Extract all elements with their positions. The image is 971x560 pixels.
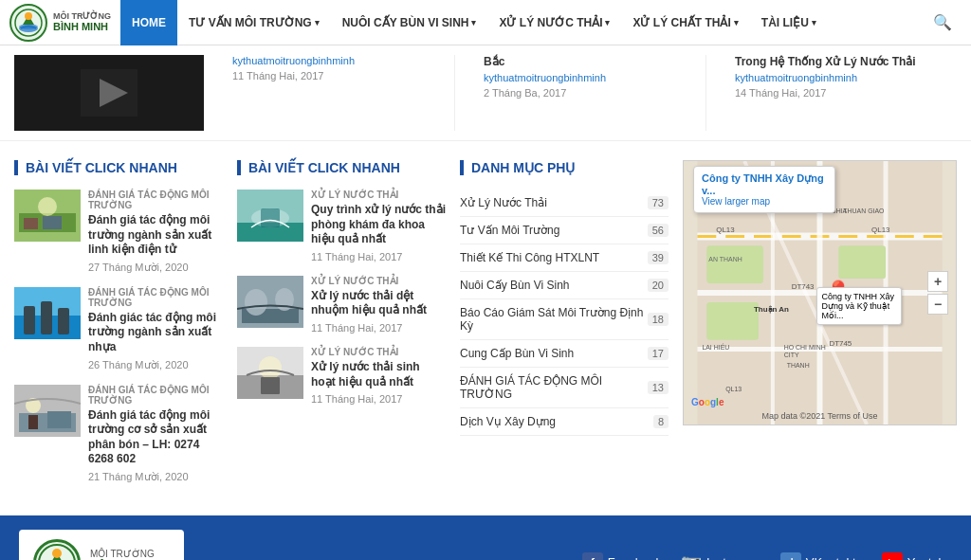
top-article-1: kythuatmoitruongbinhminh 11 Tháng Hai, 2… [223, 55, 455, 131]
svg-rect-35 [706, 245, 763, 283]
social-instagram[interactable]: 📷 Instagram [681, 552, 761, 560]
map-container: QL13 DT743 DT745 QL13 AN THANH Thuận An … [683, 160, 957, 425]
article-thumb-2 [14, 287, 81, 339]
article-item: Xử Lý Nước Thải Xử lý nước thải sinh hoạ… [237, 347, 446, 405]
top-partial-articles: kythuatmoitruongbinhminh 11 Tháng Hai, 2… [0, 45, 971, 141]
article-thumb-4 [237, 190, 303, 242]
nav-xu-ly-nuoc[interactable]: XỬ LÝ NƯỚC THẢI▾ [487, 0, 621, 45]
facebook-icon: f [582, 552, 603, 560]
nav-xu-ly-chat[interactable]: XỬ LÝ CHẤT THẢI▾ [621, 0, 749, 45]
article-info-5: Xử Lý Nước Thải Xử lý nước thải dệt nhuộ… [311, 276, 446, 334]
section2-title: BÀI VIẾT CLICK NHANH [237, 160, 446, 175]
footer-logo-text: MÔI TRƯỜNG BÌNH MINH [90, 549, 170, 560]
article-item: Xử Lý Nước Thải Xử lý nước thải dệt nhuộ… [237, 276, 446, 334]
svg-text:Thuận An: Thuận An [754, 305, 789, 314]
danh-muc-item-name: Xử Lý Nước Thải [460, 196, 547, 209]
footer: MÔI TRƯỜNG BÌNH MINH f Facebook 📷 Instag… [0, 515, 971, 560]
svg-text:QL13: QL13 [725, 386, 742, 393]
footer-social: f Facebook 📷 Instagram vk VKontakte ▶ Yo… [582, 552, 952, 560]
nav-tai-lieu[interactable]: TÀI LIỆU▾ [750, 0, 828, 45]
map-footer: Map data ©2021 Terms of Use [761, 411, 877, 421]
article-item: ĐÁNH GIÁ TÁC ĐỘNG MÔI TRƯỜNG Đánh giá tá… [14, 190, 223, 274]
chevron-down-icon: ▾ [471, 18, 476, 27]
main-content: BÀI VIẾT CLICK NHANH ĐÁNH GIÁ TÁC ĐỘNG M… [0, 141, 971, 515]
nav-home[interactable]: HOME [120, 0, 177, 45]
svg-rect-10 [24, 218, 38, 229]
svg-point-9 [38, 197, 57, 216]
danh-muc-item[interactable]: Thiết Kế Thi Công HTXLNT 39 [460, 244, 669, 272]
search-icon[interactable]: 🔍 [924, 13, 962, 31]
article-item: ĐÁNH GIÁ TÁC ĐỘNG MÔI TRƯỜNG Đánh giá tá… [14, 385, 223, 483]
danh-muc-item[interactable]: Xử Lý Nước Thải 73 [460, 190, 669, 217]
map-zoom-out[interactable]: − [927, 294, 948, 315]
top-article-image [14, 55, 204, 131]
map-section: QL13 DT743 DT745 QL13 AN THANH Thuận An … [683, 160, 957, 497]
svg-text:DT745: DT745 [829, 339, 852, 348]
svg-text:THANH: THANH [787, 362, 810, 369]
svg-rect-20 [28, 415, 38, 429]
article-info-4: Xử Lý Nước Thải Quy trình xử lý nước thả… [311, 190, 446, 262]
svg-rect-16 [58, 308, 69, 334]
danh-muc-item[interactable]: Báo Cáo Giám Sát Môi Trường Định Kỳ 18 [460, 299, 669, 340]
chevron-down-icon: ▾ [605, 18, 610, 27]
svg-text:CITY: CITY [784, 352, 799, 358]
svg-point-28 [245, 289, 267, 316]
danh-muc-item-name: Báo Cáo Giám Sát Môi Trường Định Kỳ [460, 306, 648, 333]
social-facebook[interactable]: f Facebook [582, 552, 662, 560]
footer-logo-circle [33, 539, 81, 560]
danh-muc-item-count: 17 [648, 347, 669, 360]
logo-circle [9, 4, 47, 42]
article-thumb-5 [237, 276, 303, 328]
footer-logo: MÔI TRƯỜNG BÌNH MINH [19, 530, 184, 560]
svg-point-56 [52, 549, 62, 558]
chevron-down-icon: ▾ [734, 18, 739, 27]
top-article-2: Bắc kythuatmoitruongbinhminh 2 Tháng Ba,… [474, 55, 706, 131]
top-article-3: Trong Hệ Thống Xử Lý Nước Thải kythuatmo… [725, 55, 957, 131]
danh-muc-item[interactable]: ĐÁNH GIÁ TÁC ĐỘNG MÔI TRƯỜNG 13 [460, 368, 669, 408]
danh-muc-list: Xử Lý Nước Thải 73 Tư Vấn Môi Trường 56 … [460, 190, 669, 436]
social-youtube[interactable]: ▶ Youtube [882, 552, 952, 560]
danh-muc-item[interactable]: Cung Cấp Bùn Vi Sinh 17 [460, 340, 669, 368]
chevron-down-icon: ▾ [315, 18, 320, 27]
bai-viet-section-1: BÀI VIẾT CLICK NHANH ĐÁNH GIÁ TÁC ĐỘNG M… [14, 160, 223, 497]
danh-muc-item-count: 56 [648, 224, 669, 237]
svg-text:AN THANH: AN THANH [708, 256, 742, 262]
svg-rect-11 [43, 216, 62, 229]
danh-muc-item[interactable]: Nuôi Cấy Bùn Vi Sinh 20 [460, 272, 669, 299]
article-thumb-3 [14, 385, 81, 437]
social-vkontakte[interactable]: vk VKontakte [780, 552, 863, 560]
article-item: Xử Lý Nước Thải Quy trình xử lý nước thả… [237, 190, 446, 262]
nav-nuoi-cay[interactable]: NUÔI CẤY BÙN VI SINH▾ [331, 0, 488, 45]
google-logo: Google [691, 397, 724, 407]
danh-muc-item[interactable]: Dịch Vụ Xây Dựng 8 [460, 408, 669, 436]
danh-muc-item-name: Dịch Vụ Xây Dựng [460, 415, 556, 428]
article-item: ĐÁNH GIÁ TÁC ĐỘNG MÔI TRƯỜNG Đánh giác t… [14, 287, 223, 371]
danh-muc-section: DANH MỤC PHỤ Xử Lý Nước Thải 73 Tư Vấn M… [460, 160, 669, 497]
map-company-label: Công ty TNHH XâyDựng và Kỹ thuật Mối... [816, 287, 902, 325]
map-zoom-in[interactable]: + [927, 271, 948, 292]
article-info-1: ĐÁNH GIÁ TÁC ĐỘNG MÔI TRƯỜNG Đánh giá tá… [88, 190, 223, 274]
danh-muc-item[interactable]: Tư Vấn Môi Trường 56 [460, 217, 669, 244]
social-youtube-label: Youtube [907, 555, 952, 560]
main-nav: HOME TƯ VẤN MÔI TRƯỜNG▾ NUÔI CẤY BÙN VI … [120, 0, 924, 45]
bai-viet-section-2: BÀI VIẾT CLICK NHANH Xử Lý Nước Thải Quy… [237, 160, 446, 497]
danh-muc-item-count: 13 [648, 381, 669, 394]
svg-text:DT743: DT743 [792, 282, 815, 291]
svg-rect-21 [47, 411, 71, 428]
svg-text:THUAN GIAO: THUAN GIAO [843, 208, 885, 214]
danh-muc-item-count: 20 [648, 279, 669, 292]
danh-muc-item-count: 39 [648, 251, 669, 264]
header: MÔI TRƯỜNG BÌNH MINH HOME TƯ VẤN MÔI TRƯ… [0, 0, 971, 45]
svg-rect-15 [41, 301, 52, 334]
nav-tu-van[interactable]: TƯ VẤN MÔI TRƯỜNG▾ [177, 0, 331, 45]
danh-muc-item-name: Nuôi Cấy Bùn Vi Sinh [460, 279, 570, 292]
danh-muc-item-count: 18 [648, 313, 669, 326]
logo[interactable]: MÔI TRƯỜNG BÌNH MINH [9, 4, 111, 42]
article-thumb-6 [237, 347, 303, 399]
svg-text:QL13: QL13 [716, 226, 735, 234]
danh-muc-item-count: 73 [648, 196, 669, 209]
svg-rect-37 [706, 302, 759, 340]
danh-muc-item-name: Cung Cấp Bùn Vi Sinh [460, 347, 574, 360]
logo-text: MÔI TRƯỜNG BÌNH MINH [53, 12, 111, 33]
article-info-2: ĐÁNH GIÁ TÁC ĐỘNG MÔI TRƯỜNG Đánh giác t… [88, 287, 223, 371]
